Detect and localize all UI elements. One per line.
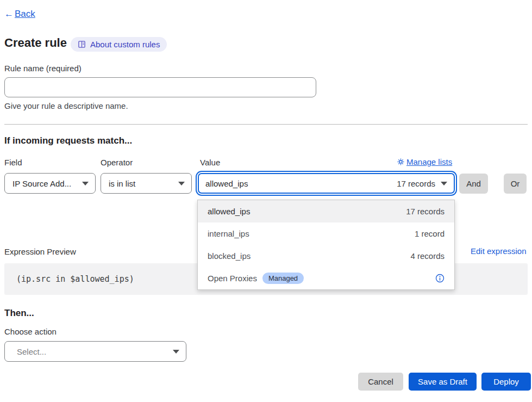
chevron-down-icon	[178, 182, 185, 185]
value-select[interactable]: allowed_ips 17 records	[198, 173, 455, 194]
manage-lists-link[interactable]: Manage lists	[397, 157, 452, 166]
chevron-down-icon	[82, 182, 89, 185]
list-item-name: allowed_ips	[208, 207, 250, 216]
operator-select-value: is in list	[109, 179, 135, 188]
or-button[interactable]: Or	[504, 174, 527, 194]
back-link[interactable]: ←Back	[4, 9, 35, 20]
list-item-name: internal_ips	[208, 229, 249, 238]
gear-icon	[397, 158, 404, 165]
match-section-heading: If incoming requests match...	[4, 135, 132, 146]
manage-lists-label: Manage lists	[406, 157, 452, 166]
deploy-button[interactable]: Deploy	[481, 373, 531, 391]
list-item-blocked-ips[interactable]: blocked_ips 4 records	[198, 245, 454, 267]
action-select[interactable]: Select...	[4, 341, 186, 362]
value-dropdown-panel: allowed_ips 17 records internal_ips 1 re…	[197, 200, 455, 290]
list-item-open-proxies[interactable]: Open Proxies Managed	[198, 267, 454, 289]
expression-code: (ip.src in $allowed_ips)	[16, 274, 134, 284]
rule-name-input[interactable]	[4, 77, 316, 97]
and-button[interactable]: And	[459, 174, 488, 194]
back-arrow-icon: ←	[4, 9, 14, 20]
page-title: Create rule	[4, 36, 67, 50]
about-custom-rules-label: About custom rules	[90, 40, 160, 49]
section-divider	[4, 124, 528, 125]
value-select-name: allowed_ips	[205, 179, 248, 188]
about-custom-rules-link[interactable]: About custom rules	[71, 37, 167, 52]
chevron-down-icon	[173, 350, 179, 354]
expression-preview-label: Expression Preview	[4, 247, 76, 256]
back-label: Back	[15, 9, 35, 20]
choose-action-label: Choose action	[4, 327, 57, 336]
list-item-internal-ips[interactable]: internal_ips 1 record	[198, 222, 454, 245]
rule-name-helper: Give your rule a descriptive name.	[4, 101, 128, 110]
list-item-count: 1 record	[415, 229, 445, 238]
field-select-value: IP Source Add...	[12, 179, 71, 188]
then-section-heading: Then...	[4, 308, 34, 319]
info-icon[interactable]	[435, 274, 445, 283]
save-as-draft-button[interactable]: Save as Draft	[409, 373, 477, 391]
operator-select[interactable]: is in list	[101, 173, 192, 194]
list-item-allowed-ips[interactable]: allowed_ips 17 records	[198, 200, 454, 222]
operator-label: Operator	[101, 158, 133, 167]
value-label: Value	[200, 158, 220, 167]
list-item-name: Open Proxies	[208, 274, 257, 283]
cancel-button[interactable]: Cancel	[358, 373, 403, 391]
managed-badge: Managed	[262, 273, 304, 284]
field-select[interactable]: IP Source Add...	[4, 173, 96, 194]
list-item-name: blocked_ips	[208, 251, 251, 261]
list-item-count: 17 records	[406, 207, 445, 216]
action-select-placeholder: Select...	[17, 347, 46, 356]
rule-name-label: Rule name (required)	[4, 64, 82, 73]
book-icon	[78, 40, 86, 48]
edit-expression-link[interactable]: Edit expression	[471, 246, 527, 256]
field-label: Field	[4, 158, 22, 167]
list-item-count: 4 records	[410, 251, 445, 261]
chevron-down-icon	[441, 182, 447, 185]
value-select-count: 17 records	[397, 179, 435, 188]
